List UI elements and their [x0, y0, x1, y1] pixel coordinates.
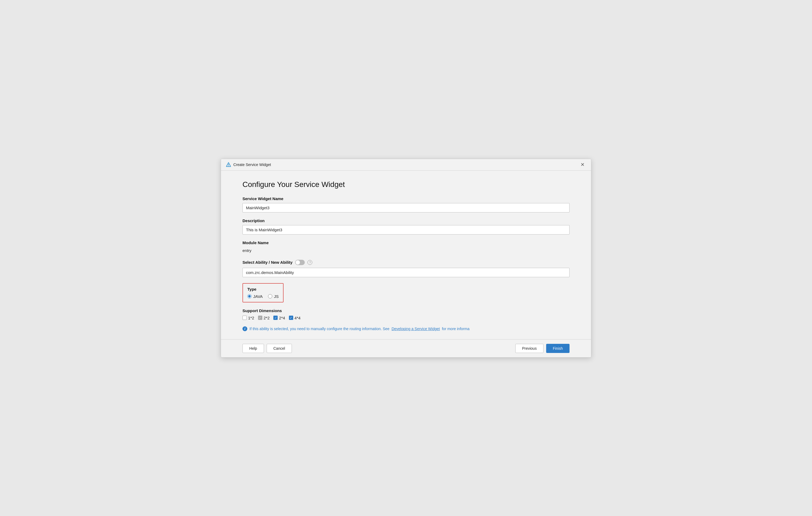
- close-button[interactable]: ✕: [579, 162, 586, 168]
- select-ability-label: Select Ability / New Ability: [242, 260, 292, 265]
- dim-1x2-label[interactable]: 1*2: [248, 316, 254, 320]
- dim-2x4-checkbox[interactable]: [273, 316, 278, 320]
- ability-help-icon[interactable]: ?: [308, 260, 312, 265]
- title-bar: Create Service Widget ✕: [221, 159, 591, 171]
- dim-2x2-label[interactable]: 2*2: [264, 316, 270, 320]
- previous-button[interactable]: Previous: [515, 344, 543, 353]
- help-button[interactable]: Help: [242, 344, 264, 353]
- description-group: Description: [242, 219, 570, 234]
- description-label: Description: [242, 219, 570, 223]
- footer-left: Help Cancel: [242, 344, 292, 353]
- ability-input[interactable]: [242, 268, 570, 277]
- finish-button[interactable]: Finish: [546, 344, 570, 353]
- ability-toggle[interactable]: [295, 260, 305, 265]
- type-java-radio[interactable]: [247, 294, 252, 298]
- dimensions-checkbox-group: 1*2 2*2 2*4 4*4: [242, 316, 570, 320]
- type-java-item: JAVA: [247, 294, 263, 299]
- info-link[interactable]: Developing a Service Widget: [392, 326, 440, 331]
- dim-2x2-checkbox[interactable]: [258, 316, 262, 320]
- widget-name-input[interactable]: [242, 203, 570, 212]
- cancel-button[interactable]: Cancel: [267, 344, 292, 353]
- dim-4x4-label[interactable]: 4*4: [295, 316, 301, 320]
- dim-4x4-checkbox[interactable]: [289, 316, 293, 320]
- type-radio-group: JAVA JS: [247, 294, 279, 299]
- type-js-item: JS: [268, 294, 279, 299]
- module-name-group: Module Name entry: [242, 240, 570, 254]
- info-row: i If this ability is selected, you need …: [242, 326, 570, 332]
- type-label: Type: [247, 287, 279, 291]
- dimensions-group: Support Dimensions 1*2 2*2 2*4 4*4: [242, 308, 570, 320]
- dim-2x4-item: 2*4: [273, 316, 285, 320]
- info-icon: i: [242, 326, 247, 331]
- module-name-value: entry: [242, 247, 570, 254]
- info-text: If this ability is selected, you need to…: [250, 326, 469, 332]
- module-name-label: Module Name: [242, 240, 570, 245]
- widget-name-label: Service Widget Name: [242, 196, 570, 201]
- dimensions-label: Support Dimensions: [242, 308, 570, 313]
- dim-4x4-item: 4*4: [289, 316, 301, 320]
- type-js-radio[interactable]: [268, 294, 272, 298]
- type-section: Type JAVA JS: [242, 283, 284, 303]
- page-title: Configure Your Service Widget: [242, 180, 570, 189]
- select-ability-group: Select Ability / New Ability ?: [242, 260, 570, 277]
- svg-point-2: [228, 166, 229, 166]
- create-service-widget-dialog: Create Service Widget ✕ Configure Your S…: [221, 159, 591, 357]
- dim-1x2-item: 1*2: [242, 316, 254, 320]
- description-input[interactable]: [242, 225, 570, 234]
- dialog-body: Configure Your Service Widget Service Wi…: [221, 171, 591, 339]
- type-js-label[interactable]: JS: [274, 294, 279, 299]
- footer-right: Previous Finish: [515, 344, 570, 353]
- app-logo-icon: [226, 162, 231, 167]
- dim-2x2-item: 2*2: [258, 316, 270, 320]
- title-bar-left: Create Service Widget: [226, 162, 271, 167]
- info-text-content: If this ability is selected, you need to…: [250, 326, 389, 331]
- type-java-label[interactable]: JAVA: [253, 294, 263, 299]
- dialog-title: Create Service Widget: [233, 163, 271, 167]
- info-suffix: for more informa: [442, 326, 470, 331]
- dim-2x4-label[interactable]: 2*4: [279, 316, 285, 320]
- ability-toggle-row: Select Ability / New Ability ?: [242, 260, 570, 265]
- dim-1x2-checkbox[interactable]: [242, 316, 247, 320]
- dialog-footer: Help Cancel Previous Finish: [221, 339, 591, 357]
- widget-name-group: Service Widget Name: [242, 196, 570, 212]
